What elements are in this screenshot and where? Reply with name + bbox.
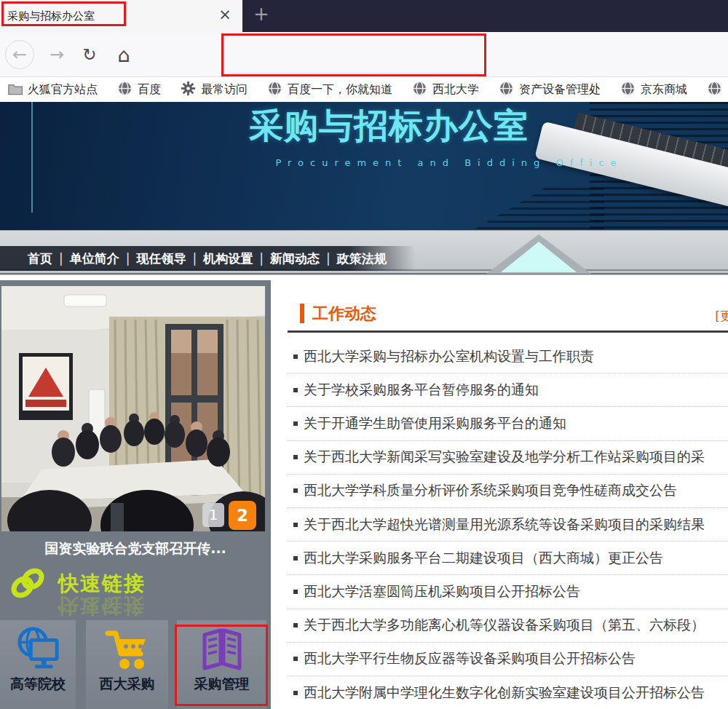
news-item[interactable]: 西北大学学科质量分析评价系统采购项目竞争性磋商成交公告 bbox=[288, 475, 728, 508]
bookmark-firefox-sites[interactable]: 火狐官方站点 bbox=[7, 82, 98, 98]
nav-separator: | bbox=[259, 251, 264, 266]
globe-icon bbox=[267, 81, 282, 99]
globe-monitor-icon bbox=[15, 626, 60, 673]
reload-button[interactable]: ↻ bbox=[75, 40, 104, 69]
home-button[interactable]: ⌂ bbox=[109, 40, 138, 69]
slideshow-caption[interactable]: 国资实验联合党支部召开传... bbox=[0, 539, 271, 558]
banner-stripes bbox=[473, 188, 604, 230]
back-button[interactable]: ← bbox=[5, 40, 34, 69]
band-line bbox=[0, 273, 728, 274]
gear-icon bbox=[181, 81, 196, 99]
bookmark-label: 最常访问 bbox=[201, 82, 248, 98]
news-item[interactable]: 关于开通学生助管使用采购服务平台的通知 bbox=[288, 407, 728, 440]
bookmark-baidu[interactable]: 百度 bbox=[117, 81, 161, 99]
bookmarks-toolbar: 火狐官方站点 百度 最常访问 百度一下，你就知道 西北大学 资产设备管理处 京东… bbox=[0, 77, 728, 102]
new-tab-button[interactable]: + bbox=[250, 3, 272, 25]
news-item[interactable]: 西北大学附属中学理化生数字化创新实验室建设项目公开招标公告 bbox=[288, 676, 728, 709]
bookmark-partial[interactable] bbox=[707, 81, 722, 99]
open-book-icon bbox=[199, 626, 245, 673]
news-list: 西北大学采购与招标办公室机构设置与工作职责 关于学校采购服务平台暂停服务的通知 … bbox=[288, 340, 728, 709]
site-subtitle: Procurement and Bidding Office bbox=[170, 157, 728, 168]
news-item[interactable]: 西北大学采购服务平台二期建设项目（西大商城）更正公告 bbox=[288, 542, 728, 575]
nav-separator: | bbox=[126, 251, 130, 266]
section-underline bbox=[288, 330, 728, 333]
nav-separator: | bbox=[326, 251, 331, 266]
tile-label: 西大采购 bbox=[100, 675, 155, 694]
news-item[interactable]: 西北大学活塞圆筒压机采购项目公开招标公告 bbox=[288, 575, 728, 609]
slideshow-photo[interactable]: 1 2 bbox=[1, 286, 265, 531]
nav-item-structure[interactable]: 机构设置 bbox=[203, 250, 253, 267]
bookmark-baidu-search[interactable]: 百度一下，你就知道 bbox=[267, 81, 392, 99]
slideshow-page-1[interactable]: 1 bbox=[202, 503, 224, 527]
site-banner: 采购与招标办公室 Procurement and Bidding Office … bbox=[0, 102, 728, 275]
shopping-cart-icon bbox=[103, 626, 151, 673]
globe-icon bbox=[707, 81, 722, 99]
close-tab-icon[interactable]: × bbox=[215, 6, 234, 23]
slideshow-page-2-active[interactable]: 2 bbox=[229, 501, 256, 530]
bookmark-nwu[interactable]: 西北大学 bbox=[412, 81, 479, 99]
nav-item-leaders[interactable]: 现任领导 bbox=[136, 250, 186, 267]
section-title-bar bbox=[300, 304, 304, 323]
news-item[interactable]: 西北大学平行生物反应器等设备采购项目公开招标公告 bbox=[288, 643, 728, 676]
main-navigation: 首页 | 单位简介 | 现任领导 | 机构设置 | 新闻动态 | 政策法规 bbox=[0, 246, 415, 271]
news-item[interactable]: 关于西北大学多功能离心机等仪器设备采购项目（第五、六标段） bbox=[288, 609, 728, 643]
chain-link-icon bbox=[7, 564, 48, 609]
forward-button[interactable]: → bbox=[42, 40, 71, 69]
folder-icon bbox=[7, 82, 23, 98]
more-link[interactable]: [更 bbox=[715, 308, 728, 325]
tab-procurement-office[interactable]: 采购与招标办公室 × bbox=[0, 0, 242, 32]
bookmark-label: 京东商城 bbox=[641, 82, 687, 98]
quick-links-header: 快速链接 快速链接 bbox=[7, 564, 146, 609]
bookmark-label: 资产设备管理处 bbox=[519, 82, 601, 98]
banner-decoration-line bbox=[31, 102, 33, 213]
nav-separator: | bbox=[59, 251, 63, 266]
section-title: 工作动态 bbox=[312, 303, 376, 325]
bookmark-asset-dept[interactable]: 资产设备管理处 bbox=[499, 81, 601, 99]
news-item[interactable]: 西北大学采购与招标办公室机构设置与工作职责 bbox=[288, 340, 728, 373]
site-title: 采购与招标办公室 bbox=[50, 103, 728, 149]
news-item[interactable]: 关于学校采购服务平台暂停服务的通知 bbox=[288, 373, 728, 407]
globe-icon bbox=[499, 81, 514, 99]
globe-icon bbox=[412, 81, 427, 99]
bookmark-jd[interactable]: 京东商城 bbox=[620, 81, 687, 99]
nav-item-policies[interactable]: 政策法规 bbox=[337, 250, 387, 267]
tile-label: 高等院校 bbox=[10, 675, 66, 694]
bookmark-label: 百度一下，你就知道 bbox=[288, 82, 392, 98]
tab-bar: 采购与招标办公室 × + bbox=[0, 0, 728, 32]
bookmark-most-visited[interactable]: 最常访问 bbox=[181, 81, 248, 99]
tile-universities[interactable]: 高等院校 bbox=[0, 620, 76, 709]
tile-xida-procurement[interactable]: 西大采购 bbox=[86, 620, 168, 709]
tile-label: 采购管理 bbox=[194, 675, 250, 694]
quick-links-reflection: 快速链接 bbox=[58, 592, 146, 619]
navigation-toolbar: ← → ↻ ⌂ https://zcc.nwu.edu.cn bbox=[0, 32, 728, 77]
bookmark-label: 西北大学 bbox=[432, 82, 479, 98]
meeting-room-photo bbox=[1, 286, 265, 531]
nav-item-news[interactable]: 新闻动态 bbox=[270, 250, 320, 267]
left-sidebar: 1 2 国资实验联合党支部召开传... 快速链接 快速链接 bbox=[0, 280, 271, 709]
nav-item-about[interactable]: 单位简介 bbox=[70, 250, 119, 267]
globe-icon bbox=[620, 81, 636, 99]
work-news-section: 工作动态 [更 西北大学采购与招标办公室机构设置与工作职责 关于学校采购服务平台… bbox=[288, 297, 728, 709]
triangle-decoration bbox=[501, 242, 577, 272]
browser-window: 采购与招标办公室 × + ← → ↻ ⌂ https://zcc.nwu.edu… bbox=[0, 0, 728, 709]
bookmark-label: 火狐官方站点 bbox=[28, 82, 98, 98]
news-item[interactable]: 关于西北大学超快光谱测量用光源系统等设备采购项目的采购结果 bbox=[288, 508, 728, 542]
news-item[interactable]: 关于西北大学新闻采写实验室建设及地学分析工作站采购项目的采 bbox=[288, 441, 728, 475]
nav-item-home[interactable]: 首页 bbox=[28, 250, 52, 267]
bookmark-label: 百度 bbox=[138, 82, 161, 98]
globe-icon bbox=[117, 81, 132, 99]
tab-title: 采购与招标办公室 bbox=[7, 9, 193, 23]
nav-separator: | bbox=[192, 251, 197, 266]
tile-procurement-management[interactable]: 采购管理 bbox=[177, 620, 266, 709]
